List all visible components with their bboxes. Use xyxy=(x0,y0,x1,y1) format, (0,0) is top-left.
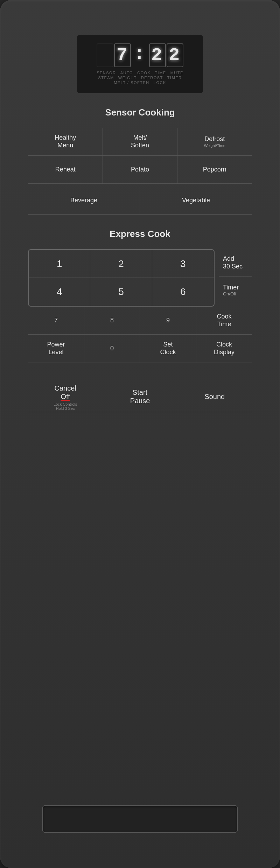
display-labels-row3: MELT / SOFTEN LOCK xyxy=(88,80,192,85)
sensor-cooking-title: Sensor Cooking xyxy=(105,107,175,118)
sensor-btn-defrost-sub: Weight/Time xyxy=(204,144,225,148)
num-btn-9-label: 9 xyxy=(166,317,170,324)
btn-timer-on-off[interactable]: Timer On/Off xyxy=(219,276,252,304)
label-auto: AUTO xyxy=(120,71,133,75)
num-btn-5[interactable]: 5 xyxy=(90,278,152,306)
btn-set-clock-label: SetClock xyxy=(160,341,176,356)
num-btn-7-label: 7 xyxy=(54,317,58,324)
sensor-cooking-section: HealthyMenu Melt/Soften Defrost Weight/T… xyxy=(28,128,252,229)
display-labels-row2: STEAM WEIGHT DEFROST TIMER xyxy=(88,76,192,80)
numpad-right: Add30 Sec Timer On/Off xyxy=(219,249,252,307)
num-btn-3[interactable]: 3 xyxy=(152,250,214,278)
num-btn-7[interactable]: 7 xyxy=(28,307,84,335)
sensor-btn-beverage[interactable]: Beverage xyxy=(28,187,140,215)
label-timer: TIMER xyxy=(167,76,182,80)
num-btn-6[interactable]: 6 xyxy=(152,278,214,306)
hour-ones-digit: 7 xyxy=(114,43,131,67)
sensor-btn-beverage-label: Beverage xyxy=(70,197,97,204)
num-btn-4[interactable]: 4 xyxy=(29,278,90,306)
label-weight: WEIGHT xyxy=(118,76,137,80)
sensor-btn-melt-soften-label: Melt/Soften xyxy=(131,134,149,149)
cancel-text: Cancel xyxy=(55,384,76,392)
btn-cook-time-label: CookTime xyxy=(217,313,231,328)
express-cook-section: 1 2 3 4 5 6 Add30 Sec Timer On/Off xyxy=(28,249,252,363)
btn-cook-time[interactable]: CookTime xyxy=(196,307,252,335)
btn-sound-label: Sound xyxy=(204,392,225,401)
num-btn-0[interactable]: 0 xyxy=(84,335,140,363)
label-melt-soften: MELT / SOFTEN xyxy=(114,80,149,85)
num-btn-9[interactable]: 9 xyxy=(140,307,196,335)
numpad-bottom-row2: PowerLevel 0 SetClock ClockDisplay xyxy=(28,335,252,363)
time-display: 7 : 2 2 xyxy=(97,43,183,67)
label-time: TIME xyxy=(155,71,166,75)
sensor-btn-potato[interactable]: Potato xyxy=(103,156,177,184)
num-btn-8[interactable]: 8 xyxy=(84,307,140,335)
btn-timer-label: Timer xyxy=(223,284,239,292)
display-labels-row1: SENSOR AUTO COOK TIME MUTE xyxy=(88,71,192,75)
sensor-btn-melt-soften[interactable]: Melt/Soften xyxy=(103,128,177,156)
num-btn-2[interactable]: 2 xyxy=(90,250,152,278)
microwave-panel: 7 : 2 2 SENSOR AUTO COOK TIME MUTE STEAM xyxy=(0,0,280,868)
sensor-grid: HealthyMenu Melt/Soften Defrost Weight/T… xyxy=(28,128,252,184)
btn-power-level[interactable]: PowerLevel xyxy=(28,335,84,363)
sensor-btn-healthy-menu-label: HealthyMenu xyxy=(55,134,76,149)
label-steam: STEAM xyxy=(98,76,114,80)
display-section: 7 : 2 2 SENSOR AUTO COOK TIME MUTE STEAM xyxy=(28,35,252,93)
sensor-btn-vegetable-label: Vegetable xyxy=(182,197,210,204)
number-grid-1-6: 1 2 3 4 5 6 xyxy=(28,249,215,307)
sensor-btn-defrost-label: Defrost xyxy=(204,135,225,143)
sensor-btn-popcorn-label: Popcorn xyxy=(203,166,226,174)
label-defrost: DEFROST xyxy=(141,76,163,80)
sensor-btn-healthy-menu[interactable]: HealthyMenu xyxy=(28,128,103,156)
action-row: Cancel Off Lock ControlsHold 3 Sec Start… xyxy=(28,377,252,412)
off-text: Off xyxy=(61,392,70,401)
btn-power-level-label: PowerLevel xyxy=(47,341,65,356)
btn-add-30-sec-label: Add30 Sec xyxy=(223,255,243,270)
sensor-btn-reheat-label: Reheat xyxy=(55,166,76,174)
btn-start-pause-label: StartPause xyxy=(130,388,150,405)
sensor-btn-defrost[interactable]: Defrost Weight/Time xyxy=(177,128,252,156)
num-btn-1[interactable]: 1 xyxy=(29,250,90,278)
lock-controls-sub: Lock ControlsHold 3 Sec xyxy=(54,402,77,411)
btn-timer-sub: On/Off xyxy=(223,291,236,296)
min-ones-digit: 2 xyxy=(167,43,183,67)
btn-clock-display[interactable]: ClockDisplay xyxy=(196,335,252,363)
num-btn-0-label: 0 xyxy=(110,345,114,352)
express-cook-title: Express Cook xyxy=(110,229,170,239)
btn-start-pause[interactable]: StartPause xyxy=(103,377,177,412)
time-colon: : xyxy=(134,44,146,67)
minute-digits: 2 2 xyxy=(149,43,183,67)
display-labels: SENSOR AUTO COOK TIME MUTE STEAM WEIGHT … xyxy=(88,71,192,85)
btn-sound[interactable]: Sound xyxy=(177,377,252,412)
numpad-top: 1 2 3 4 5 6 Add30 Sec Timer On/Off xyxy=(28,249,252,307)
btn-cancel-off[interactable]: Cancel Off Lock ControlsHold 3 Sec xyxy=(28,377,103,412)
num-btn-8-label: 8 xyxy=(110,317,114,324)
sensor-btn-reheat[interactable]: Reheat xyxy=(28,156,103,184)
min-tens-digit: 2 xyxy=(149,43,166,67)
door-handle[interactable] xyxy=(42,805,238,833)
sensor-btn-potato-label: Potato xyxy=(131,166,149,174)
sensor-row-2col: Beverage Vegetable xyxy=(28,187,252,215)
sensor-btn-vegetable[interactable]: Vegetable xyxy=(140,187,252,215)
hour-digits: 7 xyxy=(97,43,131,67)
hour-tens-digit xyxy=(97,43,113,67)
label-mute: MUTE xyxy=(170,71,183,75)
numpad-bottom-row1: 7 8 9 CookTime xyxy=(28,307,252,335)
btn-add-30-sec[interactable]: Add30 Sec xyxy=(219,249,252,276)
sensor-btn-popcorn[interactable]: Popcorn xyxy=(177,156,252,184)
btn-cancel-off-label: Cancel Off xyxy=(55,384,76,401)
label-lock: LOCK xyxy=(154,80,166,85)
btn-set-clock[interactable]: SetClock xyxy=(140,335,196,363)
display-box: 7 : 2 2 SENSOR AUTO COOK TIME MUTE STEAM xyxy=(77,35,203,93)
label-cook: COOK xyxy=(137,71,150,75)
label-sensor: SENSOR xyxy=(97,71,116,75)
btn-clock-display-label: ClockDisplay xyxy=(214,341,234,356)
